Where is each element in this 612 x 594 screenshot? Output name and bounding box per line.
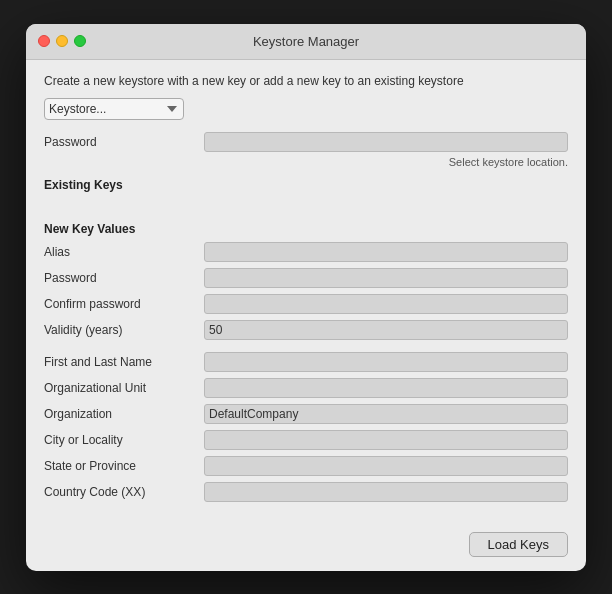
title-bar: Keystore Manager — [26, 24, 586, 60]
alias-row: Alias — [44, 240, 568, 264]
city-locality-row: City or Locality — [44, 428, 568, 452]
minimize-button[interactable] — [56, 35, 68, 47]
close-button[interactable] — [38, 35, 50, 47]
state-province-row: State or Province — [44, 454, 568, 478]
footer: Load Keys — [26, 522, 586, 571]
password-row: Password — [44, 130, 568, 154]
alias-label: Alias — [44, 245, 204, 259]
country-code-label: Country Code (XX) — [44, 485, 204, 499]
traffic-lights — [38, 35, 86, 47]
new-key-values-heading: New Key Values — [44, 222, 568, 236]
maximize-button[interactable] — [74, 35, 86, 47]
first-last-name-input[interactable] — [204, 352, 568, 372]
existing-keys-heading: Existing Keys — [44, 178, 568, 192]
first-last-name-label: First and Last Name — [44, 355, 204, 369]
select-location-hint: Select keystore location. — [44, 156, 568, 168]
country-code-row: Country Code (XX) — [44, 480, 568, 504]
key-password-input[interactable] — [204, 268, 568, 288]
password-label: Password — [44, 135, 204, 149]
confirm-password-row: Confirm password — [44, 292, 568, 316]
country-code-input[interactable] — [204, 482, 568, 502]
password-input[interactable] — [204, 132, 568, 152]
city-locality-input[interactable] — [204, 430, 568, 450]
org-unit-input[interactable] — [204, 378, 568, 398]
confirm-password-input[interactable] — [204, 294, 568, 314]
validity-input[interactable] — [204, 320, 568, 340]
description-text: Create a new keystore with a new key or … — [44, 74, 568, 88]
organization-input[interactable] — [204, 404, 568, 424]
key-password-row: Password — [44, 266, 568, 290]
organization-label: Organization — [44, 407, 204, 421]
validity-row: Validity (years) — [44, 318, 568, 342]
organization-row: Organization — [44, 402, 568, 426]
keystore-manager-window: Keystore Manager Create a new keystore w… — [26, 24, 586, 571]
org-unit-label: Organizational Unit — [44, 381, 204, 395]
window-title: Keystore Manager — [253, 34, 359, 49]
keystore-dropdown[interactable]: Keystore... New Keystore... Browse... — [44, 98, 184, 120]
keystore-row: Keystore... New Keystore... Browse... — [44, 98, 568, 120]
validity-label: Validity (years) — [44, 323, 204, 337]
key-password-label: Password — [44, 271, 204, 285]
confirm-password-label: Confirm password — [44, 297, 204, 311]
first-last-name-row: First and Last Name — [44, 350, 568, 374]
state-province-input[interactable] — [204, 456, 568, 476]
main-content: Create a new keystore with a new key or … — [26, 60, 586, 522]
city-locality-label: City or Locality — [44, 433, 204, 447]
alias-input[interactable] — [204, 242, 568, 262]
load-keys-button[interactable]: Load Keys — [469, 532, 568, 557]
state-province-label: State or Province — [44, 459, 204, 473]
org-unit-row: Organizational Unit — [44, 376, 568, 400]
